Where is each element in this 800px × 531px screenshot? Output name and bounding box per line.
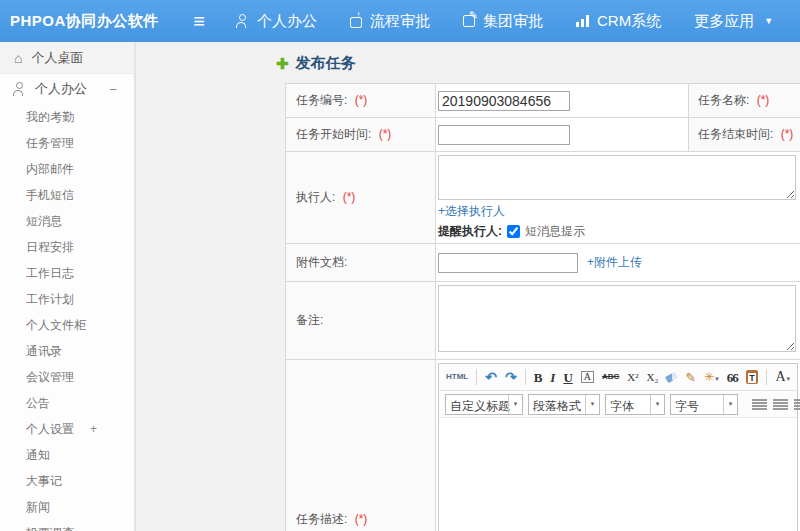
nav-crm-system[interactable]: CRM系统 <box>576 12 661 31</box>
blockquote-button[interactable]: 66 <box>727 371 738 384</box>
sidebar-item-label: 会议管理 <box>26 370 74 384</box>
caret-down-icon: ▾ <box>650 395 664 414</box>
start-time-label: 任务开始时间: <box>296 127 371 141</box>
task-number-input[interactable] <box>438 91 570 111</box>
font-color-button[interactable]: A▾ <box>775 370 790 384</box>
required-mark: (*) <box>355 93 368 107</box>
strikethrough-button[interactable]: ABC <box>602 373 619 381</box>
sidebar-item-file-cabinet[interactable]: 个人文件柜 <box>0 312 134 338</box>
italic-button[interactable]: I <box>550 371 555 384</box>
sidebar-item-label: 日程安排 <box>26 240 74 254</box>
underline-button[interactable]: U <box>563 371 572 384</box>
select-value: 段落格式 <box>529 395 585 414</box>
align-right-icon[interactable] <box>794 399 800 410</box>
undo-button[interactable]: ↶ <box>485 370 497 384</box>
sidebar-item-label: 通讯录 <box>26 344 62 358</box>
paste-letter: T <box>748 373 757 383</box>
nav-label: CRM系统 <box>597 12 661 31</box>
select-executor-link[interactable]: +选择执行人 <box>438 203 505 220</box>
html-source-button[interactable]: HTML <box>446 373 468 381</box>
editor-toolbar-row1: HTML ↶ ↷ B I U A ABC X² X₂ ✎ <box>439 364 797 391</box>
task-name-label: 任务名称: <box>698 93 749 107</box>
sidebar-item-internal-mail[interactable]: 内部邮件 <box>0 156 134 182</box>
expand-plus-icon[interactable]: + <box>90 422 97 436</box>
sidebar-item-work-log[interactable]: 工作日志 <box>0 260 134 286</box>
toolbar-separator <box>476 369 477 385</box>
sidebar-item-sms[interactable]: 手机短信 <box>0 182 134 208</box>
sms-remind-label: 短消息提示 <box>525 223 585 240</box>
toolbar-separator <box>525 369 526 385</box>
top-navigation: 个人办公 流程审批 集团审批 CRM系统 更多应用 ▼ <box>236 12 773 31</box>
sidebar-item-milestones[interactable]: 大事记 <box>0 468 134 494</box>
sidebar-item-personal-settings[interactable]: 个人设置+ <box>0 416 134 442</box>
sidebar-item-attendance[interactable]: 我的考勤 <box>0 104 134 130</box>
executor-label: 执行人: <box>296 190 335 204</box>
nav-process-approval[interactable]: 流程审批 <box>350 12 430 31</box>
remark-label: 备注: <box>296 313 323 327</box>
attachment-label: 附件文档: <box>296 255 347 269</box>
app-logo: PHPOA协同办公软件 <box>0 12 178 31</box>
align-left-icon[interactable] <box>752 399 767 410</box>
sidebar-item-task-management[interactable]: 任务管理 <box>0 130 134 156</box>
start-time-input[interactable] <box>438 125 570 145</box>
nav-personal-office[interactable]: 个人办公 <box>236 12 317 31</box>
form-row-remark: 备注: <box>286 282 800 360</box>
collapse-minus-icon[interactable]: − <box>109 82 117 97</box>
hamburger-icon[interactable]: ≡ <box>184 10 214 33</box>
caret-down-icon: ▾ <box>715 375 719 382</box>
caret-down-icon: ▾ <box>508 395 522 414</box>
paragraph-format-select[interactable]: 段落格式 ▾ <box>528 394 600 415</box>
app-window: PHPOA协同办公软件 ≡ 个人办公 流程审批 集团审批 CRM系统 更多应用 … <box>0 0 800 531</box>
bold-button[interactable]: B <box>534 371 543 384</box>
sms-remind-checkbox[interactable] <box>507 225 520 238</box>
nav-label: 个人办公 <box>257 12 317 31</box>
required-mark: (*) <box>343 190 356 204</box>
sidebar-item-notice[interactable]: 通知 <box>0 442 134 468</box>
remind-executor-label: 提醒执行人: <box>438 223 502 240</box>
nav-more-apps[interactable]: 更多应用 ▼ <box>694 12 773 31</box>
sidebar-item-label: 短消息 <box>26 214 62 228</box>
page-title-text: 发布任务 <box>296 54 356 73</box>
edit-icon <box>463 15 475 27</box>
select-value: 字号 <box>671 395 723 414</box>
nav-label: 更多应用 <box>694 12 754 31</box>
sidebar-item-work-plan[interactable]: 工作计划 <box>0 286 134 312</box>
format-painter-button[interactable]: ✳▾ <box>704 370 719 384</box>
font-size-select[interactable]: 字号 ▾ <box>670 394 738 415</box>
align-center-icon[interactable] <box>773 399 788 410</box>
redo-button[interactable]: ↷ <box>505 370 517 384</box>
font-style-button[interactable]: A <box>581 371 594 383</box>
executor-textarea[interactable] <box>438 155 796 200</box>
subscript-button[interactable]: X₂ <box>647 372 659 383</box>
form-row-description: 任务描述: (*) HTML ↶ ↷ B I U A ABC <box>286 360 800 531</box>
brush-icon[interactable]: ✎ <box>685 370 696 385</box>
sidebar-item-short-message[interactable]: 短消息 <box>0 208 134 234</box>
eraser-icon[interactable] <box>665 371 678 382</box>
nav-group-approval[interactable]: 集团审批 <box>463 12 543 31</box>
select-value: 自定义标题 <box>446 395 508 414</box>
sidebar-item-label: 大事记 <box>26 474 62 488</box>
sidebar-item-label: 我的考勤 <box>26 110 74 124</box>
rich-text-editor: HTML ↶ ↷ B I U A ABC X² X₂ ✎ <box>438 363 798 531</box>
sidebar-item-news[interactable]: 新闻 <box>0 494 134 520</box>
font-family-select[interactable]: 字体 ▾ <box>605 394 665 415</box>
attachment-input[interactable] <box>438 253 578 273</box>
sidebar-item-label: 工作计划 <box>26 292 74 306</box>
custom-heading-select[interactable]: 自定义标题 ▾ <box>445 394 523 415</box>
remark-textarea[interactable] <box>438 285 796 352</box>
sidebar-menu: 我的考勤 任务管理 内部邮件 手机短信 短消息 日程安排 工作日志 工作计划 个… <box>0 104 134 531</box>
sidebar-item-schedule[interactable]: 日程安排 <box>0 234 134 260</box>
sidebar-item-desktop[interactable]: ⌂ 个人桌面 <box>0 42 134 74</box>
page-title: ✚ 发布任务 <box>276 54 356 73</box>
sidebar-item-contacts[interactable]: 通讯录 <box>0 338 134 364</box>
editor-content-area[interactable] <box>439 418 797 531</box>
superscript-button[interactable]: X² <box>627 372 638 383</box>
sidebar-item-meeting[interactable]: 会议管理 <box>0 364 134 390</box>
paste-icon[interactable]: T <box>746 370 759 384</box>
sidebar-section-personal-office[interactable]: 个人办公 − <box>0 74 134 104</box>
sidebar-item-announcement[interactable]: 公告 <box>0 390 134 416</box>
task-number-label: 任务编号: <box>296 93 347 107</box>
sidebar-item-vote[interactable]: 投票调查 <box>0 520 134 531</box>
attachment-upload-link[interactable]: +附件上传 <box>587 254 642 271</box>
alignment-buttons <box>752 399 800 410</box>
